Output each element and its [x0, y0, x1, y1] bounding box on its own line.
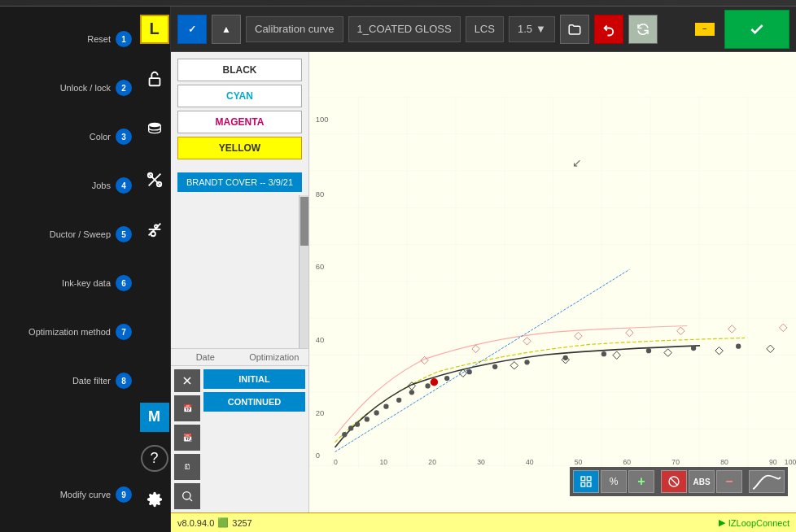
svg-text:100: 100	[316, 115, 329, 124]
svg-point-48	[342, 432, 347, 437]
svg-point-61	[563, 355, 568, 360]
job-number: 3257	[232, 518, 251, 528]
date-1-button[interactable]: 📅	[174, 395, 200, 421]
no-circle-icon	[667, 475, 680, 488]
svg-text:↙: ↙	[572, 156, 582, 169]
scale-input[interactable]: 1.5 ▼	[509, 16, 555, 42]
right-content: ✓ ▲ Calibration curve 1_COATED GLOSS LCS…	[171, 7, 796, 532]
v-button[interactable]: ✓	[177, 15, 207, 44]
svg-text:0: 0	[316, 451, 320, 460]
settings-icon	[147, 491, 163, 508]
badge-2: 2	[116, 80, 132, 96]
label-unlock: Unlock / lock 2	[0, 63, 138, 112]
ductor-button[interactable]	[140, 216, 169, 245]
chart-tool-minus[interactable]: −	[716, 470, 742, 493]
label-ductor: Ductor / Sweep 5	[0, 210, 138, 259]
reset-button[interactable]: L	[140, 15, 169, 44]
version-label: v8.0.94.0	[177, 518, 214, 528]
chart-tool-no-circle[interactable]	[661, 470, 687, 493]
preset-dropdown[interactable]: 1_COATED GLOSS	[348, 16, 461, 42]
opt-continued-button[interactable]: CONTINUED	[203, 392, 305, 412]
reset-icon: L	[149, 20, 159, 38]
job-item[interactable]: BRANDT COVER -- 3/9/21	[177, 172, 302, 192]
color-panel-scrollbar[interactable]	[299, 195, 308, 348]
badge-4: 4	[116, 177, 132, 194]
date-30-button[interactable]: 🗓	[174, 454, 200, 480]
svg-text:20: 20	[316, 408, 325, 417]
svg-point-1	[148, 123, 160, 128]
jobs-button[interactable]	[140, 165, 169, 194]
svg-point-65	[736, 344, 741, 349]
confirm-button[interactable]	[724, 10, 789, 49]
ductor-icon	[146, 220, 164, 238]
opt-initial-button[interactable]: INITIAL	[203, 369, 305, 389]
svg-text:10: 10	[380, 458, 388, 466]
chart-tool-plus[interactable]: +	[628, 470, 654, 493]
color-magenta[interactable]: MAGENTA	[177, 111, 302, 133]
search-date-button[interactable]	[174, 483, 200, 509]
badge-7: 7	[116, 324, 132, 340]
color-cyan[interactable]: CYAN	[177, 85, 302, 107]
chart-tool-abs[interactable]: ABS	[689, 470, 715, 493]
search-icon	[181, 490, 194, 503]
optimization-header: Optimization	[240, 349, 309, 365]
minimize-button[interactable]: −	[695, 23, 715, 36]
color-panel: BLACK CYAN MAGENTA YELLOW BRANDT	[171, 52, 309, 512]
folder-button[interactable]	[560, 15, 589, 44]
svg-point-66	[431, 378, 438, 386]
arrow-up-button[interactable]: ▲	[212, 15, 241, 44]
chart-tool-grid[interactable]	[573, 470, 599, 493]
status-icon: 🟩	[217, 517, 229, 528]
left-panel: Reset 1 Unlock / lock 2 Color 3 Jobs 4 D…	[0, 7, 171, 532]
svg-text:70: 70	[671, 458, 680, 466]
datefilter-button[interactable]	[140, 365, 169, 395]
help-button[interactable]: ?	[141, 445, 168, 473]
color-icon	[146, 120, 164, 138]
svg-rect-0	[149, 79, 160, 86]
curve-icon	[751, 471, 782, 492]
label-jobs-text: Jobs	[92, 181, 111, 190]
optmethod-button[interactable]	[140, 316, 169, 345]
scrollbar-thumb[interactable]	[300, 197, 308, 246]
color-black[interactable]: BLACK	[177, 59, 302, 81]
refresh-button[interactable]	[628, 15, 658, 44]
svg-point-57	[444, 376, 449, 381]
opt-continued-label: CONTINUED	[228, 397, 281, 407]
percent-icon: %	[610, 476, 619, 487]
svg-point-63	[646, 348, 651, 353]
chart-tool-curve[interactable]	[749, 470, 785, 493]
svg-text:0: 0	[334, 458, 338, 466]
modify-button[interactable]: M	[140, 403, 169, 432]
panel-controls-row: 📅 📆 🗓	[171, 366, 308, 512]
inkkey-button[interactable]	[140, 265, 169, 294]
color-button[interactable]	[140, 115, 169, 144]
svg-rect-70	[587, 477, 591, 481]
badge-5: 5	[116, 226, 132, 242]
status-right: ▶ IZLoopConnect	[719, 517, 789, 528]
clear-date-button[interactable]	[174, 369, 200, 392]
panel-headers: Date Optimization	[171, 348, 308, 366]
status-bar: v8.0.94.0 🟩 3257 ▶ IZLoopConnect	[171, 512, 796, 532]
svg-text:40: 40	[316, 335, 325, 344]
abs-icon: ABS	[693, 477, 710, 486]
svg-text:60: 60	[623, 458, 632, 466]
refresh-icon	[636, 21, 650, 37]
svg-line-74	[670, 477, 677, 485]
undo-button[interactable]	[594, 15, 623, 44]
jobs-icon	[146, 171, 164, 189]
unlock-icon	[146, 70, 164, 88]
calibration-label: Calibration curve	[246, 16, 343, 42]
label-reset: Reset 1	[0, 15, 138, 63]
opt-initial-label: INITIAL	[238, 374, 270, 384]
settings-button[interactable]	[140, 485, 169, 514]
label-modifycurve: Modify curve 9	[0, 470, 138, 519]
label-inkkey: Ink-key data 6	[0, 259, 138, 307]
svg-point-12	[183, 492, 190, 499]
unlock-button[interactable]	[140, 65, 169, 94]
lcs-label: LCS	[466, 16, 504, 42]
modify-icon: M	[148, 408, 160, 425]
date-7-button[interactable]: 📆	[174, 425, 200, 451]
chart-tool-percent[interactable]: %	[601, 470, 627, 493]
date-1-icon: 📅	[183, 404, 192, 412]
color-yellow[interactable]: YELLOW	[177, 137, 302, 159]
